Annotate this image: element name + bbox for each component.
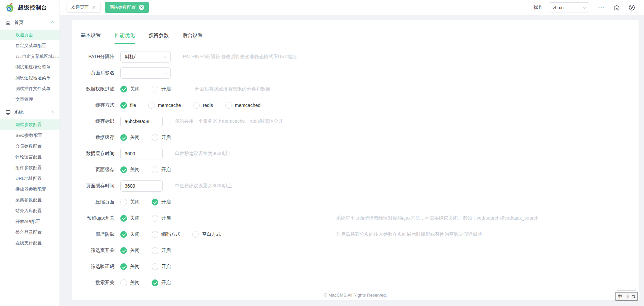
radio-unchecked-icon[interactable]	[225, 102, 232, 109]
sidebar-item[interactable]: 会员参数配置	[0, 141, 59, 152]
sidebar-item[interactable]: 测试插件文件菜单	[0, 83, 59, 94]
fake-wall-defense-option[interactable]: 编码方式	[152, 231, 180, 238]
page-suffix-select[interactable]	[120, 67, 171, 79]
sidebar-item[interactable]: 站外入库配置	[0, 205, 59, 216]
sidebar-item[interactable]: 整合登录配置	[0, 227, 59, 238]
radio-unchecked-icon[interactable]	[152, 247, 158, 254]
radio-unchecked-icon[interactable]	[152, 231, 158, 238]
radio-unchecked-icon[interactable]	[152, 134, 158, 141]
page-tab[interactable]: 欢迎页面✕	[67, 2, 100, 13]
form-label: 缓存方式:	[81, 102, 116, 108]
radio-checked-icon[interactable]	[152, 199, 158, 205]
ime-language-bar[interactable]: 中☽⇅	[615, 292, 638, 301]
radio-unchecked-icon[interactable]	[152, 166, 158, 173]
home-button[interactable]	[613, 4, 620, 11]
radio-checked-icon[interactable]	[120, 215, 127, 222]
form-label: 预留ajax开关:	[81, 215, 116, 221]
topbar-right: 操作 zh-cn ⋯	[534, 2, 635, 12]
cache-type-option[interactable]: file	[120, 102, 136, 109]
radio-checked-icon[interactable]	[120, 231, 127, 238]
radio-unchecked-icon[interactable]	[192, 231, 199, 238]
page-cache-option[interactable]: 关闭	[120, 166, 139, 173]
radio-unchecked-icon[interactable]	[152, 86, 158, 92]
more-menu-button[interactable]: ⋯	[598, 4, 605, 11]
sidebar-item[interactable]: 播放器参数配置	[0, 184, 59, 195]
sidebar-item[interactable]: 开放API配置	[0, 216, 59, 227]
sidebar-item[interactable]: URL地址配置	[0, 173, 59, 184]
chevron-up-icon[interactable]	[50, 111, 54, 114]
app-logo[interactable]: 超级控制台	[0, 0, 59, 15]
compress-page-option[interactable]: 关闭	[120, 199, 139, 205]
data-permission-filter-option[interactable]: 开启	[152, 86, 171, 92]
cache-type-option[interactable]: memcache	[148, 102, 181, 109]
radio-label: memcache	[158, 103, 181, 108]
fake-wall-defense-option[interactable]: 关闭	[120, 231, 139, 238]
filter-page-option[interactable]: 开启	[152, 247, 171, 254]
radio-label: 开启	[161, 280, 171, 286]
radio-checked-icon[interactable]	[120, 102, 127, 109]
page-cache-option[interactable]: 开启	[152, 166, 171, 173]
radio-unchecked-icon[interactable]	[148, 102, 155, 109]
language-select[interactable]: zh-cn	[549, 2, 589, 12]
form-hint: 开启后将隐藏没有权限的分类和数据	[195, 86, 270, 92]
filter-captcha-option[interactable]: 开启	[152, 263, 171, 270]
search-switch-option[interactable]: 关闭	[120, 279, 139, 286]
filter-page-option[interactable]: 关闭	[120, 247, 139, 254]
ime-lang-key[interactable]: 中	[617, 294, 622, 299]
settings-form: PATH分隔符:斜杠/PATHINFO分隔符 修改后将改变非静态模式下URL地址…	[72, 44, 639, 291]
cache-flag-input[interactable]	[120, 116, 163, 127]
sidebar-item[interactable]: 文章管理	[0, 94, 59, 105]
radio-checked-icon[interactable]	[120, 86, 127, 92]
data-cache-option[interactable]: 关闭	[120, 134, 139, 141]
ime-width-icon[interactable]: ⇅	[632, 294, 636, 299]
path-separator-select[interactable]: 斜杠/	[120, 51, 171, 63]
radio-checked-icon[interactable]	[152, 279, 158, 286]
radio-unchecked-icon[interactable]	[120, 199, 127, 205]
chevron-up-icon[interactable]	[50, 21, 54, 25]
fake-wall-defense-option[interactable]: 空白方式	[192, 231, 221, 238]
radio-unchecked-icon[interactable]	[152, 215, 158, 222]
radio-checked-icon[interactable]	[120, 247, 127, 254]
settings-tab[interactable]: 性能优化	[115, 32, 135, 44]
data-permission-filter-option[interactable]: 关闭	[120, 86, 139, 92]
radio-checked-icon[interactable]	[120, 166, 127, 173]
radio-checked-icon[interactable]	[120, 134, 127, 141]
cache-type-option[interactable]: redis	[193, 102, 213, 109]
sidebar-item[interactable]: 评论留言配置	[0, 152, 59, 162]
sidebar-item[interactable]: 在线支付配置	[0, 238, 59, 248]
sidebar-item[interactable]: 自定义菜单配置	[0, 40, 59, 51]
sidebar-item[interactable]: 测试系统模块菜单	[0, 62, 59, 73]
radio-label: 关闭	[130, 135, 139, 141]
ime-mode-icon[interactable]: ☽	[625, 294, 629, 299]
settings-tab[interactable]: 基本设置	[81, 32, 101, 44]
filter-captcha-option[interactable]: 关闭	[120, 263, 139, 270]
sidebar-item[interactable]: 采集参数配置	[0, 195, 59, 205]
close-icon[interactable]: ✕	[92, 5, 96, 10]
radio-unchecked-icon[interactable]	[152, 263, 158, 270]
page-tab-label: 欢迎页面	[71, 4, 89, 10]
settings-tab[interactable]: 预留参数	[149, 32, 169, 44]
radio-checked-icon[interactable]	[120, 263, 127, 270]
radio-unchecked-icon[interactable]	[193, 102, 200, 109]
page-cache-time-input[interactable]	[120, 180, 163, 192]
page-tab[interactable]: 网站参数配置✕	[105, 2, 149, 13]
sidebar-section-system[interactable]: 系统	[0, 105, 59, 119]
radio-unchecked-icon[interactable]	[120, 279, 127, 286]
data-cache-time-input[interactable]	[120, 148, 163, 159]
reserved-ajax-option[interactable]: 开启	[152, 215, 171, 222]
sidebar-item[interactable]: 网站参数配置	[0, 119, 59, 130]
close-icon[interactable]: ✕	[139, 5, 144, 10]
sidebar-item[interactable]: 测试远程地址菜单	[0, 73, 59, 83]
sidebar-item[interactable]: ↓↓↓自定义菜单区域↓↓↓	[0, 51, 59, 62]
sidebar-item[interactable]: 欢迎页面	[0, 30, 59, 40]
sidebar-item[interactable]: SEO参数配置	[0, 130, 59, 141]
compress-page-option[interactable]: 开启	[152, 199, 171, 205]
version-button[interactable]	[628, 4, 635, 11]
sidebar-section-home[interactable]: 首页	[0, 15, 59, 30]
sidebar-item[interactable]: 附件参数配置	[0, 162, 59, 173]
reserved-ajax-option[interactable]: 关闭	[120, 215, 139, 222]
data-cache-option[interactable]: 开启	[152, 134, 171, 141]
cache-type-option[interactable]: memcached	[225, 102, 260, 109]
settings-tab[interactable]: 后台设置	[183, 32, 203, 44]
search-switch-option[interactable]: 开启	[152, 279, 171, 286]
